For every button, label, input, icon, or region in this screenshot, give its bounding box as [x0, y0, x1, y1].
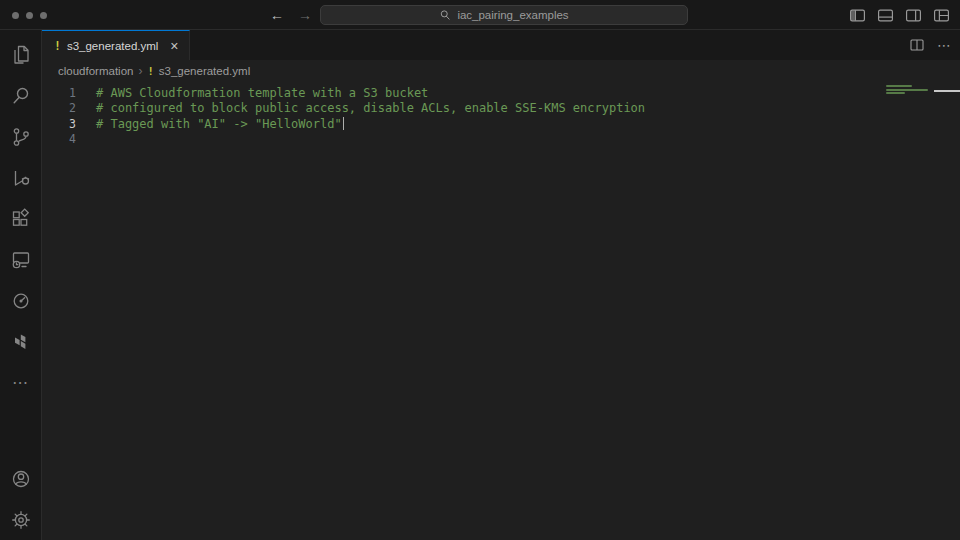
- window-minimize-button[interactable]: [26, 12, 33, 19]
- code-text: # AWS Cloudformation template with a S3 …: [96, 86, 428, 100]
- yaml-file-icon: !: [147, 65, 153, 77]
- chevron-right-icon: ›: [138, 64, 142, 78]
- workbench: ⋯ ! s3_generated.yml ×: [0, 30, 960, 540]
- title-bar: ← → iac_pairing_examples: [0, 0, 960, 30]
- extensions-icon[interactable]: [0, 198, 42, 239]
- settings-gear-icon[interactable]: [0, 499, 42, 540]
- accounts-icon[interactable]: [0, 458, 42, 499]
- remote-explorer-icon[interactable]: [0, 239, 42, 280]
- toggle-panel-icon[interactable]: [877, 7, 894, 24]
- overview-ruler-cursor-decoration: [934, 90, 960, 92]
- window-controls: [12, 0, 47, 30]
- activity-bar: ⋯: [0, 30, 42, 540]
- code-text: # Tagged with "AI" -> "HelloWorld": [96, 117, 342, 131]
- history-navigation: ← →: [270, 0, 312, 30]
- additional-views-icon[interactable]: ⋯: [0, 362, 42, 403]
- more-actions-icon[interactable]: ⋯: [937, 37, 952, 53]
- yaml-file-icon: !: [54, 39, 61, 53]
- minimap-line-mark: [886, 89, 928, 91]
- editor-group: ! s3_generated.yml × ⋯ cloudformation › …: [42, 30, 960, 540]
- search-view-icon[interactable]: [0, 75, 42, 116]
- window-zoom-button[interactable]: [40, 12, 47, 19]
- code-line-3: 3 # Tagged with "AI" -> "HelloWorld": [42, 116, 960, 132]
- run-debug-icon[interactable]: [0, 157, 42, 198]
- ellipsis-icon: ⋯: [12, 373, 29, 392]
- tab-label: s3_generated.yml: [67, 40, 158, 52]
- minimap-line-mark: [886, 85, 912, 87]
- line-number: 1: [42, 86, 76, 100]
- command-center-label: iac_pairing_examples: [457, 9, 568, 21]
- code-text: # configured to block public access, dis…: [96, 101, 645, 115]
- breadcrumb-folder[interactable]: cloudformation: [58, 65, 133, 77]
- gauge-extension-icon[interactable]: [0, 280, 42, 321]
- text-cursor: [343, 117, 345, 130]
- terraform-icon[interactable]: [0, 321, 42, 362]
- minimap[interactable]: [886, 85, 946, 205]
- editor-code-area[interactable]: 1 # AWS Cloudformation template with a S…: [42, 82, 960, 540]
- breadcrumb-file[interactable]: s3_generated.yml: [159, 65, 250, 77]
- toggle-secondary-sidebar-icon[interactable]: [905, 7, 922, 24]
- customize-layout-icon[interactable]: [933, 7, 950, 24]
- back-arrow-icon[interactable]: ←: [270, 8, 284, 22]
- tab-bar: ! s3_generated.yml × ⋯: [42, 30, 960, 60]
- search-icon: [439, 9, 451, 21]
- source-control-icon[interactable]: [0, 116, 42, 157]
- editor-actions: ⋯: [909, 30, 952, 60]
- breadcrumb: cloudformation › ! s3_generated.yml: [42, 60, 960, 82]
- code-line-2: 2 # configured to block public access, d…: [42, 101, 960, 117]
- line-number: 2: [42, 101, 76, 115]
- code-line-4: 4: [42, 132, 960, 148]
- tab-close-icon[interactable]: ×: [170, 39, 178, 53]
- window-close-button[interactable]: [12, 12, 19, 19]
- line-number-active: 3: [42, 117, 76, 131]
- explorer-icon[interactable]: [0, 34, 42, 75]
- command-center-search[interactable]: iac_pairing_examples: [320, 5, 688, 25]
- layout-controls: [849, 0, 950, 30]
- split-editor-icon[interactable]: [909, 37, 925, 53]
- code-line-1: 1 # AWS Cloudformation template with a S…: [42, 85, 960, 101]
- forward-arrow-icon[interactable]: →: [298, 8, 312, 22]
- toggle-primary-sidebar-icon[interactable]: [849, 7, 866, 24]
- tab-s3-generated-yml[interactable]: ! s3_generated.yml ×: [42, 30, 190, 60]
- minimap-line-mark: [886, 92, 905, 94]
- line-number: 4: [42, 132, 76, 146]
